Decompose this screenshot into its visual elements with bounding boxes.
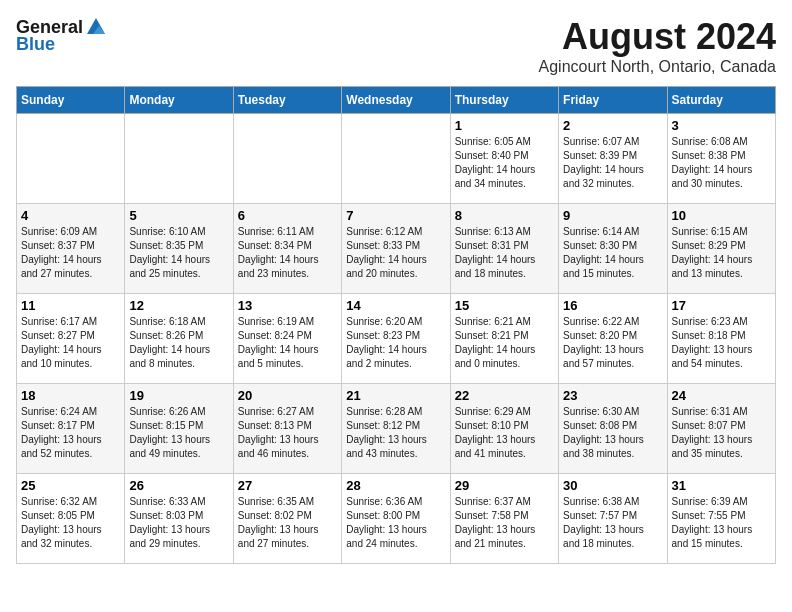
calendar-cell: 6Sunrise: 6:11 AM Sunset: 8:34 PM Daylig… — [233, 204, 341, 294]
day-info: Sunrise: 6:19 AM Sunset: 8:24 PM Dayligh… — [238, 315, 337, 371]
column-header-tuesday: Tuesday — [233, 87, 341, 114]
day-info: Sunrise: 6:23 AM Sunset: 8:18 PM Dayligh… — [672, 315, 771, 371]
calendar-cell: 27Sunrise: 6:35 AM Sunset: 8:02 PM Dayli… — [233, 474, 341, 564]
day-info: Sunrise: 6:22 AM Sunset: 8:20 PM Dayligh… — [563, 315, 662, 371]
day-number: 8 — [455, 208, 554, 223]
calendar-week-row: 25Sunrise: 6:32 AM Sunset: 8:05 PM Dayli… — [17, 474, 776, 564]
day-number: 6 — [238, 208, 337, 223]
day-info: Sunrise: 6:38 AM Sunset: 7:57 PM Dayligh… — [563, 495, 662, 551]
day-info: Sunrise: 6:31 AM Sunset: 8:07 PM Dayligh… — [672, 405, 771, 461]
day-info: Sunrise: 6:29 AM Sunset: 8:10 PM Dayligh… — [455, 405, 554, 461]
day-number: 29 — [455, 478, 554, 493]
day-info: Sunrise: 6:14 AM Sunset: 8:30 PM Dayligh… — [563, 225, 662, 281]
day-info: Sunrise: 6:39 AM Sunset: 7:55 PM Dayligh… — [672, 495, 771, 551]
calendar-header-row: SundayMondayTuesdayWednesdayThursdayFrid… — [17, 87, 776, 114]
day-number: 2 — [563, 118, 662, 133]
calendar-cell: 17Sunrise: 6:23 AM Sunset: 8:18 PM Dayli… — [667, 294, 775, 384]
column-header-sunday: Sunday — [17, 87, 125, 114]
calendar-cell: 9Sunrise: 6:14 AM Sunset: 8:30 PM Daylig… — [559, 204, 667, 294]
day-info: Sunrise: 6:10 AM Sunset: 8:35 PM Dayligh… — [129, 225, 228, 281]
calendar-cell: 29Sunrise: 6:37 AM Sunset: 7:58 PM Dayli… — [450, 474, 558, 564]
calendar: SundayMondayTuesdayWednesdayThursdayFrid… — [16, 86, 776, 564]
day-info: Sunrise: 6:15 AM Sunset: 8:29 PM Dayligh… — [672, 225, 771, 281]
location: Agincourt North, Ontario, Canada — [539, 58, 776, 76]
day-number: 10 — [672, 208, 771, 223]
calendar-cell: 23Sunrise: 6:30 AM Sunset: 8:08 PM Dayli… — [559, 384, 667, 474]
day-number: 26 — [129, 478, 228, 493]
month-year: August 2024 — [539, 16, 776, 58]
day-number: 24 — [672, 388, 771, 403]
day-info: Sunrise: 6:20 AM Sunset: 8:23 PM Dayligh… — [346, 315, 445, 371]
day-number: 23 — [563, 388, 662, 403]
day-number: 21 — [346, 388, 445, 403]
title-area: August 2024 Agincourt North, Ontario, Ca… — [539, 16, 776, 76]
calendar-week-row: 11Sunrise: 6:17 AM Sunset: 8:27 PM Dayli… — [17, 294, 776, 384]
calendar-cell — [125, 114, 233, 204]
calendar-cell: 11Sunrise: 6:17 AM Sunset: 8:27 PM Dayli… — [17, 294, 125, 384]
day-info: Sunrise: 6:30 AM Sunset: 8:08 PM Dayligh… — [563, 405, 662, 461]
day-info: Sunrise: 6:28 AM Sunset: 8:12 PM Dayligh… — [346, 405, 445, 461]
day-number: 3 — [672, 118, 771, 133]
column-header-friday: Friday — [559, 87, 667, 114]
day-info: Sunrise: 6:26 AM Sunset: 8:15 PM Dayligh… — [129, 405, 228, 461]
calendar-cell: 15Sunrise: 6:21 AM Sunset: 8:21 PM Dayli… — [450, 294, 558, 384]
day-info: Sunrise: 6:32 AM Sunset: 8:05 PM Dayligh… — [21, 495, 120, 551]
logo: General Blue — [16, 16, 109, 55]
day-number: 22 — [455, 388, 554, 403]
calendar-cell: 25Sunrise: 6:32 AM Sunset: 8:05 PM Dayli… — [17, 474, 125, 564]
day-number: 12 — [129, 298, 228, 313]
calendar-cell: 12Sunrise: 6:18 AM Sunset: 8:26 PM Dayli… — [125, 294, 233, 384]
day-info: Sunrise: 6:12 AM Sunset: 8:33 PM Dayligh… — [346, 225, 445, 281]
day-info: Sunrise: 6:27 AM Sunset: 8:13 PM Dayligh… — [238, 405, 337, 461]
calendar-cell — [17, 114, 125, 204]
day-number: 25 — [21, 478, 120, 493]
calendar-week-row: 4Sunrise: 6:09 AM Sunset: 8:37 PM Daylig… — [17, 204, 776, 294]
calendar-cell: 30Sunrise: 6:38 AM Sunset: 7:57 PM Dayli… — [559, 474, 667, 564]
calendar-week-row: 18Sunrise: 6:24 AM Sunset: 8:17 PM Dayli… — [17, 384, 776, 474]
day-info: Sunrise: 6:08 AM Sunset: 8:38 PM Dayligh… — [672, 135, 771, 191]
day-number: 11 — [21, 298, 120, 313]
day-info: Sunrise: 6:37 AM Sunset: 7:58 PM Dayligh… — [455, 495, 554, 551]
calendar-cell: 26Sunrise: 6:33 AM Sunset: 8:03 PM Dayli… — [125, 474, 233, 564]
calendar-cell: 16Sunrise: 6:22 AM Sunset: 8:20 PM Dayli… — [559, 294, 667, 384]
day-number: 20 — [238, 388, 337, 403]
day-number: 28 — [346, 478, 445, 493]
day-info: Sunrise: 6:36 AM Sunset: 8:00 PM Dayligh… — [346, 495, 445, 551]
day-info: Sunrise: 6:09 AM Sunset: 8:37 PM Dayligh… — [21, 225, 120, 281]
day-info: Sunrise: 6:33 AM Sunset: 8:03 PM Dayligh… — [129, 495, 228, 551]
calendar-cell: 7Sunrise: 6:12 AM Sunset: 8:33 PM Daylig… — [342, 204, 450, 294]
day-number: 16 — [563, 298, 662, 313]
day-number: 5 — [129, 208, 228, 223]
day-info: Sunrise: 6:17 AM Sunset: 8:27 PM Dayligh… — [21, 315, 120, 371]
day-number: 18 — [21, 388, 120, 403]
day-number: 14 — [346, 298, 445, 313]
day-number: 9 — [563, 208, 662, 223]
logo-blue: Blue — [16, 34, 55, 55]
calendar-cell: 19Sunrise: 6:26 AM Sunset: 8:15 PM Dayli… — [125, 384, 233, 474]
calendar-cell: 1Sunrise: 6:05 AM Sunset: 8:40 PM Daylig… — [450, 114, 558, 204]
calendar-cell: 8Sunrise: 6:13 AM Sunset: 8:31 PM Daylig… — [450, 204, 558, 294]
calendar-cell: 31Sunrise: 6:39 AM Sunset: 7:55 PM Dayli… — [667, 474, 775, 564]
day-info: Sunrise: 6:13 AM Sunset: 8:31 PM Dayligh… — [455, 225, 554, 281]
day-number: 30 — [563, 478, 662, 493]
day-info: Sunrise: 6:18 AM Sunset: 8:26 PM Dayligh… — [129, 315, 228, 371]
day-info: Sunrise: 6:05 AM Sunset: 8:40 PM Dayligh… — [455, 135, 554, 191]
calendar-cell: 10Sunrise: 6:15 AM Sunset: 8:29 PM Dayli… — [667, 204, 775, 294]
column-header-wednesday: Wednesday — [342, 87, 450, 114]
day-number: 19 — [129, 388, 228, 403]
day-info: Sunrise: 6:07 AM Sunset: 8:39 PM Dayligh… — [563, 135, 662, 191]
calendar-cell — [342, 114, 450, 204]
calendar-cell: 14Sunrise: 6:20 AM Sunset: 8:23 PM Dayli… — [342, 294, 450, 384]
calendar-cell: 28Sunrise: 6:36 AM Sunset: 8:00 PM Dayli… — [342, 474, 450, 564]
calendar-cell: 20Sunrise: 6:27 AM Sunset: 8:13 PM Dayli… — [233, 384, 341, 474]
calendar-cell: 13Sunrise: 6:19 AM Sunset: 8:24 PM Dayli… — [233, 294, 341, 384]
column-header-saturday: Saturday — [667, 87, 775, 114]
calendar-cell: 21Sunrise: 6:28 AM Sunset: 8:12 PM Dayli… — [342, 384, 450, 474]
calendar-cell: 5Sunrise: 6:10 AM Sunset: 8:35 PM Daylig… — [125, 204, 233, 294]
calendar-cell: 22Sunrise: 6:29 AM Sunset: 8:10 PM Dayli… — [450, 384, 558, 474]
calendar-week-row: 1Sunrise: 6:05 AM Sunset: 8:40 PM Daylig… — [17, 114, 776, 204]
day-info: Sunrise: 6:21 AM Sunset: 8:21 PM Dayligh… — [455, 315, 554, 371]
calendar-cell: 18Sunrise: 6:24 AM Sunset: 8:17 PM Dayli… — [17, 384, 125, 474]
day-info: Sunrise: 6:24 AM Sunset: 8:17 PM Dayligh… — [21, 405, 120, 461]
day-info: Sunrise: 6:11 AM Sunset: 8:34 PM Dayligh… — [238, 225, 337, 281]
